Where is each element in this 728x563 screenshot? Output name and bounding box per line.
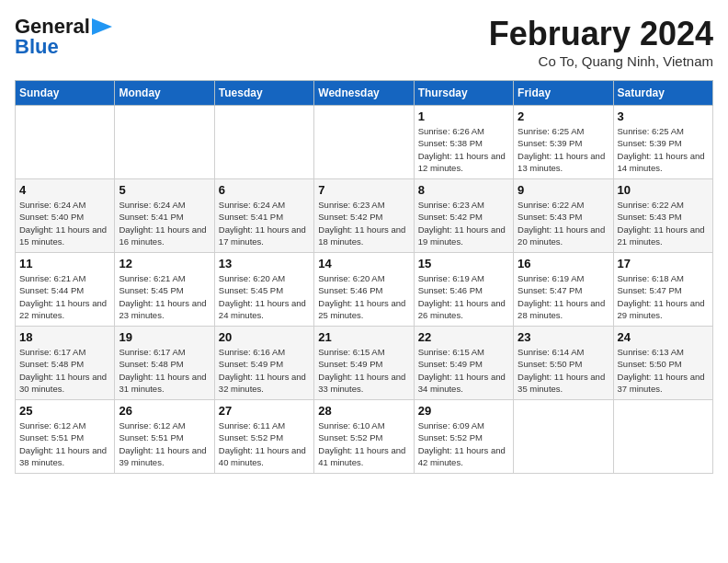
calendar-cell: 9Sunrise: 6:22 AMSunset: 5:43 PMDaylight… (514, 179, 613, 253)
title-section: February 2024 Co To, Quang Ninh, Vietnam (489, 15, 713, 69)
calendar-cell: 18Sunrise: 6:17 AMSunset: 5:48 PMDayligh… (16, 327, 115, 400)
calendar-cell: 3Sunrise: 6:25 AMSunset: 5:39 PMDaylight… (613, 106, 712, 179)
day-detail: Sunrise: 6:23 AMSunset: 5:42 PMDaylight:… (318, 199, 409, 247)
day-number: 15 (418, 257, 509, 270)
day-detail: Sunrise: 6:20 AMSunset: 5:45 PMDaylight:… (219, 272, 310, 321)
day-number: 5 (119, 183, 210, 197)
day-detail: Sunrise: 6:17 AMSunset: 5:48 PMDaylight:… (119, 346, 210, 395)
calendar-cell: 8Sunrise: 6:23 AMSunset: 5:42 PMDaylight… (414, 179, 513, 253)
weekday-header-wednesday: Wednesday (314, 81, 414, 106)
calendar-cell (613, 400, 712, 474)
day-detail: Sunrise: 6:10 AMSunset: 5:52 PMDaylight:… (318, 419, 409, 468)
day-detail: Sunrise: 6:21 AMSunset: 5:45 PMDaylight:… (119, 272, 210, 321)
day-detail: Sunrise: 6:18 AMSunset: 5:47 PMDaylight:… (618, 272, 709, 321)
calendar-cell: 21Sunrise: 6:15 AMSunset: 5:49 PMDayligh… (314, 327, 414, 400)
day-number: 7 (318, 183, 409, 197)
day-number: 6 (219, 183, 310, 197)
day-detail: Sunrise: 6:24 AMSunset: 5:41 PMDaylight:… (219, 199, 310, 247)
day-detail: Sunrise: 6:15 AMSunset: 5:49 PMDaylight:… (318, 346, 409, 395)
calendar-cell: 15Sunrise: 6:19 AMSunset: 5:46 PMDayligh… (414, 253, 513, 327)
calendar-cell: 19Sunrise: 6:17 AMSunset: 5:48 PMDayligh… (115, 327, 214, 400)
calendar-cell: 13Sunrise: 6:20 AMSunset: 5:45 PMDayligh… (214, 253, 313, 327)
day-number: 14 (318, 257, 409, 270)
day-detail: Sunrise: 6:19 AMSunset: 5:46 PMDaylight:… (418, 272, 509, 321)
calendar-week-row: 11Sunrise: 6:21 AMSunset: 5:44 PMDayligh… (16, 253, 713, 327)
day-number: 28 (318, 404, 409, 418)
weekday-header-tuesday: Tuesday (214, 81, 313, 106)
day-number: 3 (618, 109, 709, 123)
day-detail: Sunrise: 6:13 AMSunset: 5:50 PMDaylight:… (618, 346, 709, 395)
weekday-header-friday: Friday (514, 81, 613, 106)
day-detail: Sunrise: 6:11 AMSunset: 5:52 PMDaylight:… (219, 419, 310, 468)
day-detail: Sunrise: 6:24 AMSunset: 5:41 PMDaylight:… (119, 199, 210, 247)
calendar-cell: 7Sunrise: 6:23 AMSunset: 5:42 PMDaylight… (314, 179, 414, 253)
calendar-cell: 25Sunrise: 6:12 AMSunset: 5:51 PMDayligh… (16, 400, 115, 474)
page-header: General Blue February 2024 Co To, Quang … (15, 15, 713, 69)
day-detail: Sunrise: 6:09 AMSunset: 5:52 PMDaylight:… (418, 419, 509, 468)
calendar-cell: 11Sunrise: 6:21 AMSunset: 5:44 PMDayligh… (16, 253, 115, 327)
day-detail: Sunrise: 6:12 AMSunset: 5:51 PMDaylight:… (19, 419, 110, 468)
day-detail: Sunrise: 6:17 AMSunset: 5:48 PMDaylight:… (19, 346, 110, 395)
day-number: 27 (219, 404, 310, 418)
day-detail: Sunrise: 6:20 AMSunset: 5:46 PMDaylight:… (318, 272, 409, 321)
day-number: 9 (518, 183, 609, 197)
svg-marker-0 (92, 18, 112, 35)
calendar-cell: 28Sunrise: 6:10 AMSunset: 5:52 PMDayligh… (314, 400, 414, 474)
calendar-cell: 14Sunrise: 6:20 AMSunset: 5:46 PMDayligh… (314, 253, 414, 327)
day-number: 22 (418, 330, 509, 344)
calendar-cell: 4Sunrise: 6:24 AMSunset: 5:40 PMDaylight… (16, 179, 115, 253)
calendar-cell: 2Sunrise: 6:25 AMSunset: 5:39 PMDaylight… (514, 106, 613, 179)
day-number: 29 (418, 404, 509, 418)
logo: General Blue (15, 15, 112, 59)
calendar-cell (514, 400, 613, 474)
day-detail: Sunrise: 6:24 AMSunset: 5:40 PMDaylight:… (19, 199, 110, 247)
calendar-cell: 12Sunrise: 6:21 AMSunset: 5:45 PMDayligh… (115, 253, 214, 327)
calendar-cell: 26Sunrise: 6:12 AMSunset: 5:51 PMDayligh… (115, 400, 214, 474)
calendar-cell: 5Sunrise: 6:24 AMSunset: 5:41 PMDaylight… (115, 179, 214, 253)
location: Co To, Quang Ninh, Vietnam (489, 53, 713, 69)
day-detail: Sunrise: 6:23 AMSunset: 5:42 PMDaylight:… (418, 199, 509, 247)
day-number: 24 (618, 330, 709, 344)
calendar-cell: 17Sunrise: 6:18 AMSunset: 5:47 PMDayligh… (613, 253, 712, 327)
day-number: 13 (219, 257, 310, 270)
day-detail: Sunrise: 6:15 AMSunset: 5:49 PMDaylight:… (418, 346, 509, 395)
logo-arrow-icon (92, 18, 112, 35)
weekday-header-row: SundayMondayTuesdayWednesdayThursdayFrid… (16, 81, 713, 106)
calendar-cell: 10Sunrise: 6:22 AMSunset: 5:43 PMDayligh… (613, 179, 712, 253)
day-number: 4 (19, 183, 110, 197)
calendar-cell: 27Sunrise: 6:11 AMSunset: 5:52 PMDayligh… (214, 400, 313, 474)
day-number: 2 (518, 109, 609, 123)
day-detail: Sunrise: 6:25 AMSunset: 5:39 PMDaylight:… (618, 125, 709, 174)
day-number: 25 (19, 404, 110, 418)
calendar-week-row: 25Sunrise: 6:12 AMSunset: 5:51 PMDayligh… (16, 400, 713, 474)
day-detail: Sunrise: 6:14 AMSunset: 5:50 PMDaylight:… (518, 346, 609, 395)
day-number: 26 (119, 404, 210, 418)
day-number: 17 (618, 257, 709, 270)
weekday-header-monday: Monday (115, 81, 214, 106)
day-number: 8 (418, 183, 509, 197)
calendar-week-row: 1Sunrise: 6:26 AMSunset: 5:38 PMDaylight… (16, 106, 713, 179)
day-number: 11 (19, 257, 110, 270)
day-detail: Sunrise: 6:22 AMSunset: 5:43 PMDaylight:… (618, 199, 709, 247)
day-detail: Sunrise: 6:25 AMSunset: 5:39 PMDaylight:… (518, 125, 609, 174)
day-detail: Sunrise: 6:19 AMSunset: 5:47 PMDaylight:… (518, 272, 609, 321)
calendar-cell: 1Sunrise: 6:26 AMSunset: 5:38 PMDaylight… (414, 106, 513, 179)
calendar-cell: 16Sunrise: 6:19 AMSunset: 5:47 PMDayligh… (514, 253, 613, 327)
day-detail: Sunrise: 6:22 AMSunset: 5:43 PMDaylight:… (518, 199, 609, 247)
calendar-week-row: 18Sunrise: 6:17 AMSunset: 5:48 PMDayligh… (16, 327, 713, 400)
calendar-cell: 24Sunrise: 6:13 AMSunset: 5:50 PMDayligh… (613, 327, 712, 400)
calendar-cell (214, 106, 313, 179)
weekday-header-thursday: Thursday (414, 81, 513, 106)
day-number: 18 (19, 330, 110, 344)
logo-blue-text: Blue (15, 35, 59, 59)
day-number: 21 (318, 330, 409, 344)
day-number: 10 (618, 183, 709, 197)
day-detail: Sunrise: 6:21 AMSunset: 5:44 PMDaylight:… (19, 272, 110, 321)
calendar-cell (314, 106, 414, 179)
calendar-week-row: 4Sunrise: 6:24 AMSunset: 5:40 PMDaylight… (16, 179, 713, 253)
weekday-header-saturday: Saturday (613, 81, 712, 106)
day-number: 23 (518, 330, 609, 344)
day-number: 1 (418, 109, 509, 123)
day-detail: Sunrise: 6:26 AMSunset: 5:38 PMDaylight:… (418, 125, 509, 174)
day-detail: Sunrise: 6:12 AMSunset: 5:51 PMDaylight:… (119, 419, 210, 468)
